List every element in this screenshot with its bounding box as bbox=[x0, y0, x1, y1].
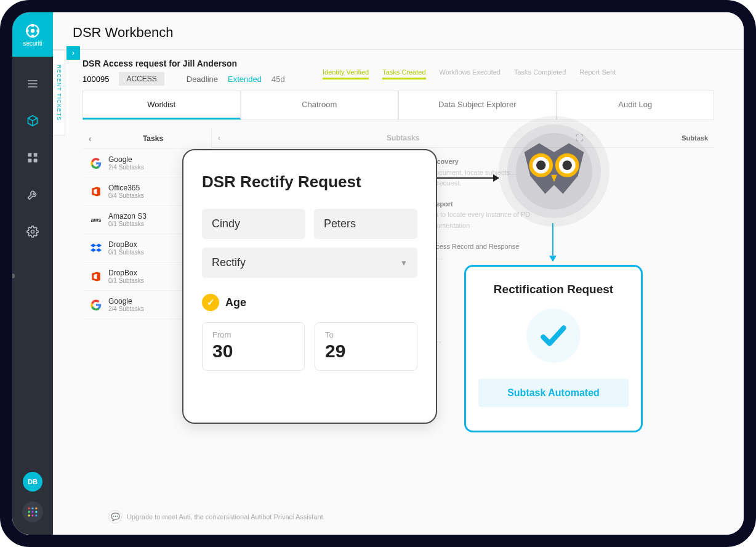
to-box: To 29 bbox=[315, 322, 417, 371]
aws-icon: aws bbox=[90, 214, 102, 226]
tasks-back-button[interactable]: ‹ bbox=[89, 134, 101, 144]
svg-point-25 bbox=[536, 161, 545, 170]
recent-tickets-tab[interactable]: RECENT TICKETS bbox=[53, 50, 65, 136]
svg-point-13 bbox=[31, 230, 34, 233]
svg-point-22 bbox=[35, 514, 37, 516]
subtask-label: Subtask bbox=[682, 134, 708, 142]
svg-point-16 bbox=[35, 508, 37, 509]
google-icon bbox=[90, 157, 102, 169]
brand-logo[interactable]: securiti bbox=[12, 12, 53, 57]
tab-data-subject-explorer[interactable]: Data Subject Explorer bbox=[398, 91, 557, 120]
cube-icon[interactable] bbox=[23, 111, 42, 131]
request-id: 100095 bbox=[82, 75, 109, 84]
step-report: Report Sent bbox=[579, 68, 616, 79]
svg-rect-3 bbox=[31, 34, 34, 37]
step-tasks-created: Tasks Created bbox=[382, 68, 425, 79]
header: DSR Workbench bbox=[53, 12, 744, 50]
check-icon: ✓ bbox=[202, 294, 219, 311]
request-type-pill: ACCESS bbox=[119, 72, 164, 86]
rectify-request-card: DSR Rectify Request Cindy Peters Rectify… bbox=[182, 149, 437, 424]
first-name-field[interactable]: Cindy bbox=[202, 209, 305, 239]
step-workflows: Workflows Executed bbox=[440, 68, 501, 79]
google-icon bbox=[90, 299, 102, 311]
rectification-result-card: Rectification Request Subtask Automated bbox=[464, 265, 643, 432]
svg-rect-9 bbox=[28, 153, 32, 157]
apps-icon[interactable] bbox=[22, 501, 43, 522]
main-tabs: Worklist Chatroom Data Subject Explorer … bbox=[82, 91, 714, 120]
home-indicator bbox=[10, 274, 15, 278]
upgrade-banner[interactable]: 💬 Upgrade to meet Auti, the conversation… bbox=[108, 510, 325, 524]
chevron-down-icon: ▼ bbox=[400, 259, 408, 267]
svg-point-17 bbox=[28, 511, 30, 513]
action-select[interactable]: Rectify ▼ bbox=[202, 248, 417, 278]
last-name-field[interactable]: Peters bbox=[314, 209, 417, 239]
svg-point-19 bbox=[35, 511, 37, 513]
step-tasks-completed: Tasks Completed bbox=[514, 68, 566, 79]
menu-icon[interactable] bbox=[23, 74, 42, 94]
tab-audit-log[interactable]: Audit Log bbox=[557, 91, 715, 120]
tab-worklist[interactable]: Worklist bbox=[82, 91, 241, 120]
svg-point-15 bbox=[31, 508, 33, 509]
svg-rect-2 bbox=[31, 24, 34, 26]
gear-icon[interactable] bbox=[23, 222, 42, 241]
svg-rect-10 bbox=[34, 153, 38, 157]
chat-icon: 💬 bbox=[108, 510, 122, 524]
subtasks-back-button[interactable]: ‹ bbox=[218, 134, 230, 142]
page-title: DSR Workbench bbox=[73, 25, 724, 41]
deadline-label: Deadline bbox=[187, 75, 218, 84]
deadline-status: Extended bbox=[228, 75, 262, 84]
progress-steps: Identity Verified Tasks Created Workflow… bbox=[323, 68, 729, 79]
svg-point-28 bbox=[563, 161, 572, 170]
securiti-icon bbox=[25, 23, 41, 39]
tab-chatroom[interactable]: Chatroom bbox=[241, 91, 399, 120]
dropbox-icon bbox=[90, 242, 102, 254]
svg-rect-4 bbox=[26, 29, 28, 31]
request-title: DSR Access request for Jill Anderson bbox=[82, 59, 729, 68]
sidebar: securiti DB bbox=[12, 12, 53, 535]
svg-point-18 bbox=[31, 511, 33, 513]
owl-bot bbox=[499, 116, 609, 227]
recent-toggle-button[interactable]: › bbox=[66, 46, 80, 60]
field-label: Age bbox=[225, 296, 246, 309]
svg-point-1 bbox=[31, 28, 35, 33]
from-box: From 30 bbox=[202, 322, 305, 371]
tasks-header: Tasks bbox=[101, 134, 205, 143]
success-check bbox=[526, 309, 581, 363]
svg-point-14 bbox=[28, 508, 30, 509]
svg-point-20 bbox=[28, 514, 30, 516]
step-identity: Identity Verified bbox=[323, 68, 369, 79]
user-avatar[interactable]: DB bbox=[23, 472, 42, 492]
dashboard-icon[interactable] bbox=[23, 148, 42, 168]
flow-arrow-icon bbox=[437, 177, 499, 179]
brand-text: securiti bbox=[23, 40, 42, 47]
deadline-days: 45d bbox=[271, 75, 285, 84]
rectify-title: DSR Rectify Request bbox=[202, 172, 417, 192]
svg-point-21 bbox=[31, 514, 33, 516]
office-icon bbox=[90, 185, 102, 198]
owl-icon bbox=[518, 139, 590, 201]
svg-rect-12 bbox=[34, 159, 38, 163]
subtask-automated-button[interactable]: Subtask Automated bbox=[478, 379, 629, 407]
wrench-icon[interactable] bbox=[23, 185, 42, 205]
flow-arrow-down-icon bbox=[552, 223, 553, 261]
result-title: Rectification Request bbox=[494, 283, 613, 296]
office-icon bbox=[90, 270, 102, 283]
svg-rect-5 bbox=[37, 29, 39, 31]
svg-rect-11 bbox=[28, 159, 32, 163]
